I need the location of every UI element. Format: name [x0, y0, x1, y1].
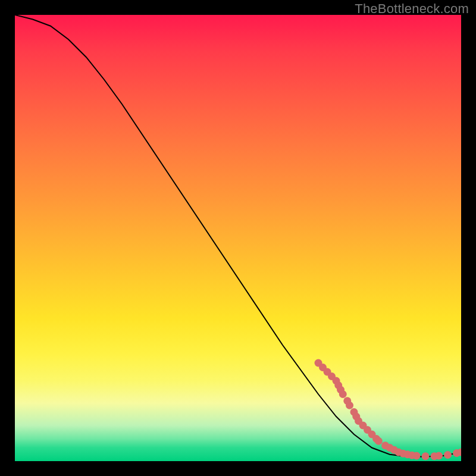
- marker-group: [315, 359, 462, 461]
- data-marker: [339, 390, 347, 398]
- data-marker: [422, 452, 430, 460]
- data-marker: [435, 452, 443, 460]
- data-marker: [346, 402, 353, 409]
- chart-svg: [15, 15, 461, 461]
- bottleneck-curve: [15, 15, 461, 457]
- chart-stage: TheBottleneck.com: [0, 0, 476, 476]
- data-marker: [413, 452, 421, 460]
- plot-area: [15, 15, 461, 461]
- data-marker: [444, 451, 452, 459]
- data-marker: [375, 437, 383, 445]
